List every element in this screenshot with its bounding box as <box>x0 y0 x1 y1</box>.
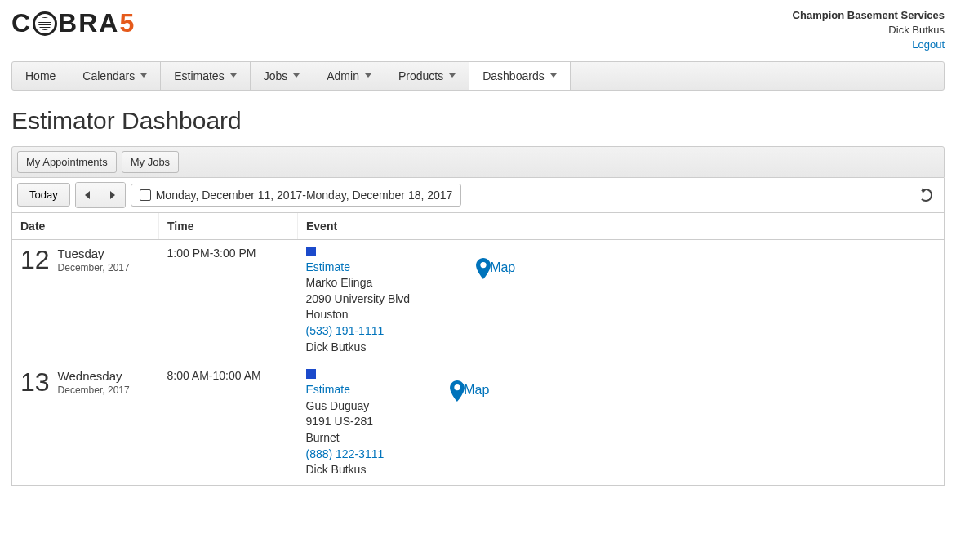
user-info: Champion Basement Services Dick Butkus L… <box>793 8 945 53</box>
date-nav-arrows <box>75 182 126 208</box>
weekday: Wednesday <box>58 369 130 383</box>
date-range-text: Monday, December 11, 2017-Monday, Decemb… <box>156 189 453 202</box>
logo-text-5: 5 <box>119 8 136 38</box>
col-time: Time <box>159 213 298 240</box>
logo-cobra-icon <box>33 11 57 36</box>
arrow-right-icon <box>110 191 115 199</box>
map-link[interactable]: Map <box>449 380 489 400</box>
event-color-box <box>306 369 316 379</box>
event-address: 2090 University Blvd <box>306 291 411 308</box>
nav-home[interactable]: Home <box>12 62 69 90</box>
col-event: Event <box>298 213 945 240</box>
arrow-left-icon <box>85 191 90 199</box>
logo: CBRA5 <box>11 8 136 38</box>
appointments-table: Date Time Event 12 Tuesday December, 201… <box>11 213 945 486</box>
nav-dashboards[interactable]: Dashboards <box>469 62 571 90</box>
weekday: Tuesday <box>58 247 130 260</box>
user-name: Dick Butkus <box>793 23 945 38</box>
table-row: 12 Tuesday December, 2017 1:00 PM-3:00 P… <box>12 239 945 362</box>
time-cell: 1:00 PM-3:00 PM <box>159 239 298 362</box>
page-title: Estimator Dashboard <box>11 107 945 135</box>
logo-text-bra: BRA <box>58 8 119 38</box>
event-address: 9191 US-281 <box>306 414 385 430</box>
event-rep: Dick Butkus <box>306 462 385 478</box>
event-phone[interactable]: (888) 122-3111 <box>306 447 385 463</box>
today-button[interactable]: Today <box>17 183 70 207</box>
prev-button[interactable] <box>76 183 100 207</box>
map-pin-icon <box>475 258 488 278</box>
next-button[interactable] <box>100 183 125 207</box>
chevron-down-icon <box>365 73 371 78</box>
table-row: 13 Wednesday December, 2017 8:00 AM-10:0… <box>12 362 945 486</box>
nav-products[interactable]: Products <box>385 62 469 90</box>
day-number: 13 <box>20 369 50 395</box>
refresh-icon[interactable] <box>919 189 932 202</box>
calendar-icon <box>140 189 151 201</box>
map-label: Map <box>490 260 515 275</box>
company-name: Champion Basement Services <box>793 8 945 23</box>
main-nav: Home Calendars Estimates Jobs Admin Prod… <box>11 61 945 91</box>
map-label: Map <box>464 383 489 398</box>
tab-my-appointments[interactable]: My Appointments <box>17 151 117 173</box>
event-type-link[interactable]: Estimate <box>306 382 385 398</box>
logout-link[interactable]: Logout <box>912 38 945 51</box>
event-customer: Gus Duguay <box>306 398 385 415</box>
nav-estimates[interactable]: Estimates <box>161 62 250 90</box>
date-range-picker[interactable]: Monday, December 11, 2017-Monday, Decemb… <box>131 184 462 207</box>
chevron-down-icon <box>449 73 456 78</box>
time-cell: 8:00 AM-10:00 AM <box>159 362 298 486</box>
day-number: 12 <box>20 247 50 273</box>
nav-calendars[interactable]: Calendars <box>69 62 161 90</box>
chevron-down-icon <box>140 73 147 78</box>
toolbar: Today Monday, December 11, 2017-Monday, … <box>11 178 945 213</box>
event-city: Houston <box>306 307 411 323</box>
nav-admin[interactable]: Admin <box>313 62 385 90</box>
col-date: Date <box>12 213 159 240</box>
nav-jobs[interactable]: Jobs <box>251 62 314 90</box>
logo-text-c: C <box>11 8 32 38</box>
event-color-box <box>306 247 316 256</box>
event-phone[interactable]: (533) 191-1111 <box>306 323 411 340</box>
month-year: December, 2017 <box>58 384 130 396</box>
tab-bar: My Appointments My Jobs <box>11 146 945 178</box>
event-type-link[interactable]: Estimate <box>306 260 411 276</box>
event-rep: Dick Butkus <box>306 340 411 356</box>
event-city: Burnet <box>306 430 385 447</box>
chevron-down-icon <box>550 73 557 78</box>
month-year: December, 2017 <box>58 262 130 273</box>
map-link[interactable]: Map <box>475 258 515 278</box>
chevron-down-icon <box>293 73 300 78</box>
event-customer: Marko Elinga <box>306 275 411 291</box>
map-pin-icon <box>449 380 462 400</box>
tab-my-jobs[interactable]: My Jobs <box>122 151 179 173</box>
chevron-down-icon <box>230 73 237 78</box>
